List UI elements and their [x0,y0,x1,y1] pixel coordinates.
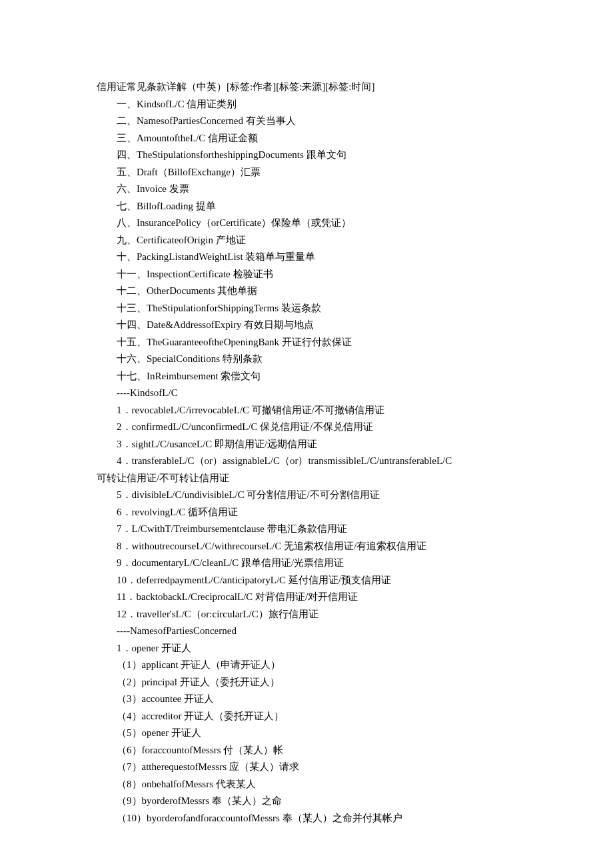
list-item: 4．transferableL/C（or）assignableL/C（or）tr… [97,453,516,470]
toc-item: 十七、InReimbursement 索偿文句 [97,368,516,385]
sub-list-item: （7）attherequestofMessrs 应（某人）请求 [97,759,516,776]
sub-list-item: （9）byorderofMessrs 奉（某人）之命 [97,793,516,810]
sub-list-item: （10）byorderofandforaccountofMessrs 奉（某人）… [97,810,516,827]
toc-item: 一、KindsofL/C 信用证类别 [97,96,516,113]
toc-item: 九、CertificateofOrigin 产地证 [97,232,516,249]
sub-list-item: （5）opener 开证人 [97,725,516,742]
list-item: 11．backtobackL/CreciprocalL/C 对背信用证/对开信用… [97,589,516,606]
toc-item: 六、Invoice 发票 [97,181,516,198]
toc-item: 十二、OtherDocuments 其他单据 [97,283,516,300]
list-item: 6．revolvingL/C 循环信用证 [97,504,516,521]
sub-list-item: （8）onbehalfofMessrs 代表某人 [97,776,516,793]
section-header: ----NamesofPartiesConcerned [97,623,516,640]
toc-item: 十六、SpecialConditions 特别条款 [97,351,516,368]
list-item: 10．deferredpaymentL/C/anticipatoryL/C 延付… [97,572,516,589]
list-item-continuation: 可转让信用证/不可转让信用证 [97,470,516,487]
toc-item: 二、NamesofPartiesConcerned 有关当事人 [97,113,516,130]
sub-list-item: （3）accountee 开证人 [97,691,516,708]
toc-item: 十一、InspectionCertificate 检验证书 [97,266,516,283]
document-title: 信用证常见条款详解（中英）[标签:作者][标签:来源][标签:时间] [97,79,516,96]
toc-item: 八、InsurancePolicy（orCertificate）保险单（或凭证） [97,215,516,232]
toc-item: 七、BillofLoading 提单 [97,198,516,215]
list-item: 1．revocableL/C/irrevocableL/C 可撤销信用证/不可撤… [97,402,516,419]
toc-item: 十四、Date&AddressofExpiry 有效日期与地点 [97,317,516,334]
toc-item: 四、TheStipulationsfortheshippingDocuments… [97,147,516,164]
list-item: 7．L/CwithT/Treimbursementclause 带电汇条款信用证 [97,521,516,538]
toc-item: 十三、TheStipulationforShippingTerms 装运条款 [97,300,516,317]
document-page: 信用证常见条款详解（中英）[标签:作者][标签:来源][标签:时间] 一、Kin… [0,0,613,868]
list-item: 12．traveller'sL/C（or:circularL/C）旅行信用证 [97,606,516,623]
list-item: 2．confirmedL/C/unconfirmedL/C 保兑信用证/不保兑信… [97,419,516,436]
list-item: 3．sightL/C/usanceL/C 即期信用证/远期信用证 [97,436,516,453]
toc-item: 十、PackingListandWeightList 装箱单与重量单 [97,249,516,266]
sub-list-item: （6）foraccountofMessrs 付（某人）帐 [97,742,516,759]
sub-list-item: （1）applicant 开证人（申请开证人） [97,657,516,674]
toc-item: 五、Draft（BillofExchange）汇票 [97,164,516,181]
section-header: ----KindsofL/C [97,385,516,402]
list-item: 5．divisibleL/C/undivisibleL/C 可分割信用证/不可分… [97,487,516,504]
sub-list-item: （2）principal 开证人（委托开证人） [97,674,516,691]
list-item: 8．withoutrecourseL/C/withrecourseL/C 无追索… [97,538,516,555]
list-item: 1．opener 开证人 [97,640,516,657]
toc-item: 十五、TheGuaranteeoftheOpeningBank 开证行付款保证 [97,334,516,351]
list-item: 9．documentaryL/C/cleanL/C 跟单信用证/光票信用证 [97,555,516,572]
sub-list-item: （4）accreditor 开证人（委托开证人） [97,708,516,725]
toc-item: 三、AmountoftheL/C 信用证金额 [97,130,516,147]
